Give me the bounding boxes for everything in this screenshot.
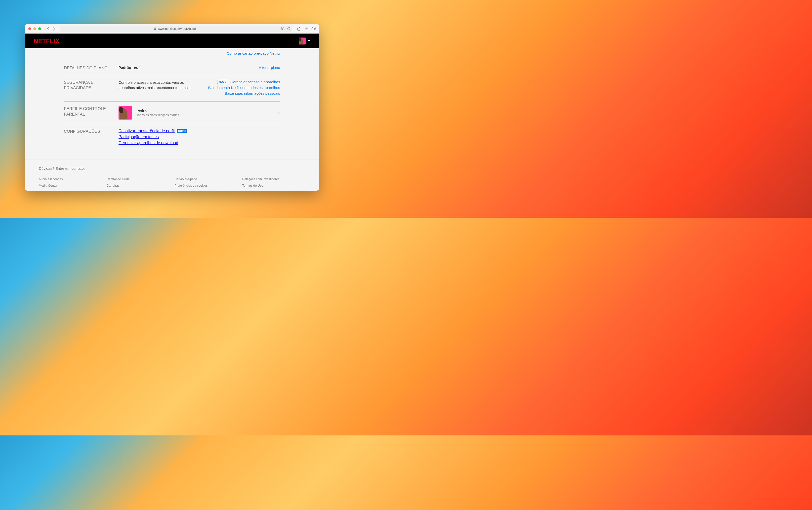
section-settings: CONFIGURAÇÕES Desativar transferência de… bbox=[64, 124, 280, 150]
buy-prepaid-link[interactable]: Comprar cartão pré-pago Netflix bbox=[227, 51, 280, 55]
footer-link-audio[interactable]: Áudio e legendas bbox=[39, 177, 102, 181]
plan-name-text: Padrão bbox=[118, 65, 131, 69]
browser-toolbar: www.netflix.com/YourAccount A文 bbox=[25, 24, 319, 33]
reload-icon[interactable] bbox=[287, 27, 290, 30]
maximize-window-button[interactable] bbox=[38, 27, 41, 30]
translate-icon[interactable]: A文 bbox=[281, 27, 285, 30]
profile-row[interactable]: Pedro Todas as classificações etárias bbox=[118, 106, 280, 119]
test-participation-link[interactable]: Participação em testes bbox=[118, 135, 159, 139]
pre-section-links: Comprar cartão pré-pago Netflix bbox=[64, 48, 280, 61]
page-content: Comprar cartão pré-pago Netflix DETALHES… bbox=[25, 48, 319, 191]
footer: Dúvidas? Entre em contato. Áudio e legen… bbox=[25, 160, 319, 190]
footer-link-investors[interactable]: Relações com investidores bbox=[242, 177, 305, 181]
new-tab-icon[interactable] bbox=[304, 27, 308, 31]
hd-badge: HD bbox=[133, 66, 140, 69]
nav-arrows bbox=[47, 27, 56, 31]
lock-icon bbox=[154, 27, 156, 30]
plan-name: Padrão HD bbox=[118, 65, 140, 69]
svg-rect-0 bbox=[154, 29, 156, 30]
url-text: www.netflix.com/YourAccount bbox=[158, 27, 199, 31]
novo-badge: NOVO bbox=[217, 80, 228, 84]
download-info-link[interactable]: Baixe suas informações pessoais bbox=[225, 91, 280, 95]
svg-text:文: 文 bbox=[284, 28, 285, 30]
section-label-profiles: PERFIL E CONTROLE PARENTAL bbox=[64, 106, 118, 119]
section-label-security: SEGURANÇA E PRIVACIDADE bbox=[64, 80, 118, 97]
manage-access-link[interactable]: Gerenciar acesso e aparelhos bbox=[230, 80, 280, 84]
footer-link-media[interactable]: Media Center bbox=[39, 184, 102, 188]
profile-avatar bbox=[118, 106, 132, 119]
footer-link-terms[interactable]: Termos de Uso bbox=[242, 184, 305, 188]
section-label-plan: DETALHES DO PLANO bbox=[64, 65, 118, 70]
address-bar[interactable]: www.netflix.com/YourAccount A文 bbox=[60, 26, 292, 32]
back-button[interactable] bbox=[47, 27, 50, 31]
site-header: NETFLIX bbox=[25, 33, 319, 48]
minimize-window-button[interactable] bbox=[33, 27, 36, 30]
novo-badge: NOVO bbox=[177, 129, 187, 133]
section-security: SEGURANÇA E PRIVACIDADE Controle o acess… bbox=[64, 75, 280, 102]
netflix-logo[interactable]: NETFLIX bbox=[34, 37, 60, 45]
footer-link-help[interactable]: Central de Ajuda bbox=[107, 177, 170, 181]
close-window-button[interactable] bbox=[28, 27, 31, 30]
chevron-down-icon bbox=[276, 112, 280, 114]
section-plan: DETALHES DO PLANO Padrão HD Alterar plan… bbox=[64, 61, 280, 75]
svg-text:A: A bbox=[282, 28, 283, 29]
share-icon[interactable] bbox=[297, 27, 301, 31]
footer-link-prepaid[interactable]: Cartão pré-pago bbox=[174, 177, 237, 181]
forward-button bbox=[53, 27, 56, 31]
browser-window: www.netflix.com/YourAccount A文 NETFLIX bbox=[25, 24, 319, 191]
footer-links: Áudio e legendas Central de Ajuda Cartão… bbox=[39, 177, 305, 188]
profile-menu[interactable] bbox=[299, 37, 310, 45]
change-plan-link[interactable]: Alterar plano bbox=[259, 65, 280, 69]
section-profiles: PERFIL E CONTROLE PARENTAL Pedro Todas a… bbox=[64, 102, 280, 124]
profile-info: Pedro Todas as classificações etárias bbox=[137, 109, 271, 117]
signout-all-link[interactable]: Sair da conta Netflix em todos os aparel… bbox=[208, 85, 280, 90]
caret-down-icon bbox=[308, 40, 310, 41]
avatar bbox=[299, 37, 306, 45]
disable-transfer-link[interactable]: Desativar transferência de perfil bbox=[118, 129, 175, 133]
tabs-icon[interactable] bbox=[312, 27, 316, 31]
svg-rect-6 bbox=[312, 28, 314, 30]
profile-rating: Todas as classificações etárias bbox=[137, 113, 271, 117]
footer-link-cookies[interactable]: Preferências de cookies bbox=[174, 184, 237, 188]
window-controls bbox=[28, 27, 41, 30]
toolbar-right bbox=[297, 27, 316, 31]
profile-name: Pedro bbox=[137, 109, 271, 113]
footer-link-careers[interactable]: Carreiras bbox=[107, 184, 170, 188]
security-description: Controle o acesso a esta conta, veja os … bbox=[118, 80, 196, 90]
section-label-settings: CONFIGURAÇÕES bbox=[64, 129, 118, 145]
footer-contact[interactable]: Dúvidas? Entre em contato. bbox=[39, 166, 305, 170]
manage-downloads-link[interactable]: Gerenciar aparelhos de download bbox=[118, 141, 178, 145]
